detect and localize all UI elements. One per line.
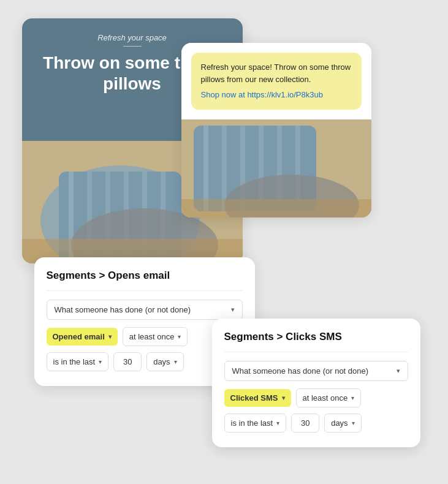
sms-card: Refresh your space! Throw on some throw … xyxy=(181,43,371,217)
opened-email-label: Opened email xyxy=(53,332,105,341)
sms-frequency-label: at least once xyxy=(303,393,348,403)
frequency-label: at least once xyxy=(129,332,175,341)
sms-pillow-image xyxy=(181,119,371,217)
tag-chevron-icon: ▾ xyxy=(108,333,112,340)
sms-frequency-dropdown[interactable]: at least once ▾ xyxy=(296,388,362,407)
chevron-down-icon-sms: ▾ xyxy=(397,367,400,375)
scene: Refresh your space Throw on some throw p… xyxy=(22,18,427,466)
sms-days-number-input[interactable]: 30 xyxy=(291,414,319,433)
time-chevron-icon: ▾ xyxy=(99,358,102,365)
sms-frequency-chevron-icon: ▾ xyxy=(351,395,354,401)
unit-label: days xyxy=(153,357,170,366)
segment-sms-panel: Segments > Clicks SMS What someone has d… xyxy=(212,319,420,447)
sms-time-dropdown[interactable]: is in the last ▾ xyxy=(224,414,287,433)
time-label: is in the last xyxy=(53,357,96,366)
email-subtitle: Refresh your space xyxy=(34,33,230,42)
sms-bubble-area: Refresh your space! Throw on some throw … xyxy=(181,43,371,119)
segment-sms-title: Segments > Clicks SMS xyxy=(224,331,408,343)
divider-email xyxy=(47,290,243,291)
unit-dropdown[interactable]: days ▾ xyxy=(146,352,183,371)
opened-email-tag[interactable]: Opened email ▾ xyxy=(47,328,118,346)
sms-bubble-link: Shop now at https://klv1.io/P8k3ub xyxy=(201,89,352,101)
segment-email-main-dropdown[interactable]: What someone has done (or not done) ▾ xyxy=(47,300,243,320)
clicked-sms-tag[interactable]: Clicked SMS ▾ xyxy=(224,389,291,407)
chevron-down-icon: ▾ xyxy=(231,306,235,314)
sms-unit-label: days xyxy=(331,418,347,428)
segment-email-title: Segments > Opens email xyxy=(47,270,243,282)
sms-tag-chevron-icon: ▾ xyxy=(282,395,285,401)
clicked-sms-label: Clicked SMS xyxy=(230,393,278,403)
segment-sms-filter-row: Clicked SMS ▾ at least once ▾ xyxy=(224,388,408,407)
frequency-dropdown[interactable]: at least once ▾ xyxy=(123,327,188,346)
svg-rect-20 xyxy=(181,199,371,217)
frequency-chevron-icon: ▾ xyxy=(178,333,181,340)
divider-sms xyxy=(224,352,408,352)
sms-time-chevron-icon: ▾ xyxy=(276,420,279,426)
sms-bubble-text: Refresh your space! Throw on some throw … xyxy=(201,61,352,85)
segment-sms-time-row: is in the last ▾ 30 days ▾ xyxy=(224,414,408,433)
email-divider xyxy=(123,46,142,47)
sms-time-label: is in the last xyxy=(231,418,273,428)
sms-bubble: Refresh your space! Throw on some throw … xyxy=(191,53,362,110)
days-number-input[interactable]: 30 xyxy=(113,352,142,371)
segment-sms-main-dropdown[interactable]: What someone has done (or not done) ▾ xyxy=(224,361,408,381)
unit-chevron-icon: ▾ xyxy=(174,358,177,365)
segment-email-dropdown-label: What someone has done (or not done) xyxy=(55,305,191,314)
segment-sms-dropdown-label: What someone has done (or not done) xyxy=(232,366,369,376)
time-dropdown[interactable]: is in the last ▾ xyxy=(47,352,109,371)
sms-unit-chevron-icon: ▾ xyxy=(352,420,355,426)
sms-unit-dropdown[interactable]: days ▾ xyxy=(324,414,361,433)
